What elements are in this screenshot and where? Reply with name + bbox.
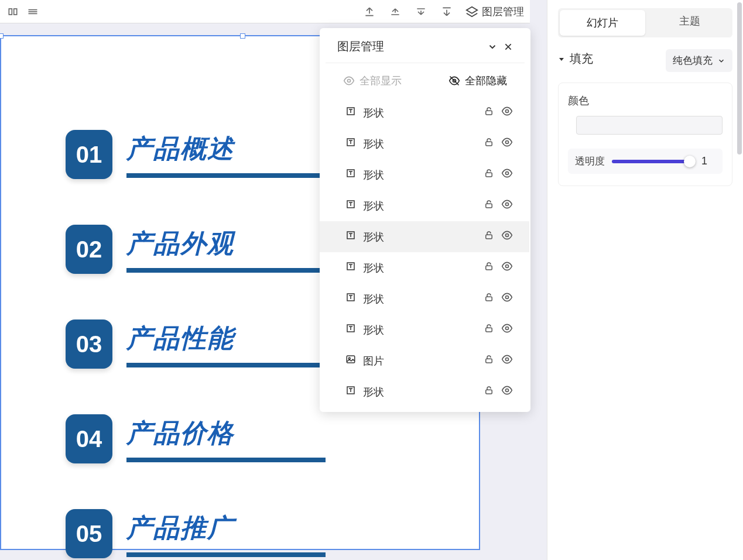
send-to-back-icon[interactable] [440,5,454,19]
svg-rect-0 [9,9,12,15]
fill-section-title[interactable]: 填充 [558,51,593,67]
visibility-icon[interactable] [501,353,513,368]
svg-point-31 [506,327,509,330]
right-sidebar: 幻灯片 主题 填充 纯色填充 颜色 透明度 1 [547,0,743,560]
tab-slide[interactable]: 幻灯片 [560,10,645,36]
toc-number: 01 [66,130,112,179]
layer-label: 形状 [363,137,384,151]
align-icon-2[interactable] [26,5,40,19]
layer-row[interactable]: 形状 [320,314,529,345]
shape-icon [345,323,356,336]
visibility-icon[interactable] [501,229,513,244]
svg-point-19 [506,203,509,206]
bring-forward-icon[interactable] [388,5,402,19]
image-icon [345,354,356,367]
lock-icon[interactable] [484,168,494,181]
visibility-icon[interactable] [501,291,513,306]
bring-to-front-icon[interactable] [362,5,376,19]
svg-rect-34 [486,359,492,363]
visibility-icon[interactable] [501,167,513,182]
toc-number: 03 [66,319,112,369]
toc-underline [126,363,326,367]
visibility-icon[interactable] [501,105,513,120]
layer-label: 形状 [363,323,384,337]
opacity-value: 1 [701,155,715,167]
lock-icon[interactable] [484,292,494,305]
lock-icon[interactable] [484,137,494,150]
color-swatch[interactable] [576,116,723,135]
lock-icon[interactable] [484,230,494,243]
svg-point-5 [348,80,351,83]
layer-list[interactable]: 形状 形状 形状 形状 [320,97,530,407]
toc-item[interactable]: 05 产品推广 [66,509,479,558]
show-all-label: 全部显示 [359,74,402,88]
toc-title: 产品外观 [126,226,326,261]
layer-management-label: 图层管理 [482,5,524,19]
layer-row[interactable]: 形状 [320,190,529,221]
layer-row[interactable]: 形状 [320,283,529,314]
toc-underline [126,268,326,273]
opacity-slider[interactable] [612,160,694,163]
layer-row[interactable]: 图片 [320,345,529,376]
layer-row[interactable]: 形状 [320,97,529,128]
lock-icon[interactable] [484,106,494,119]
toc-number: 02 [66,225,112,274]
toc-item[interactable]: 04 产品价格 [66,414,479,463]
visibility-icon[interactable] [501,260,513,275]
lock-icon[interactable] [484,261,494,274]
layer-label: 形状 [363,106,384,120]
opacity-label: 透明度 [575,154,605,168]
tab-theme[interactable]: 主题 [647,8,732,37]
sidebar-tabs: 幻灯片 主题 [558,8,732,37]
lock-icon[interactable] [484,323,494,336]
toc-title: 产品推广 [126,511,326,545]
svg-rect-37 [486,390,492,394]
shape-icon [345,261,356,274]
svg-rect-24 [486,266,492,270]
layer-row[interactable]: 形状 [320,221,529,252]
svg-point-28 [506,296,509,299]
right-scrollbar[interactable] [737,2,742,557]
toc-title: 产品价格 [126,416,326,451]
shape-icon [345,230,356,243]
layer-label: 形状 [363,261,384,275]
visibility-icon[interactable] [501,198,513,213]
hide-all-label: 全部隐藏 [465,74,507,88]
svg-point-25 [506,265,509,268]
layer-row[interactable]: 形状 [320,252,529,283]
layer-management-button[interactable]: 图层管理 [465,5,524,19]
svg-rect-12 [486,142,492,146]
shape-icon [345,137,356,150]
svg-point-16 [506,172,509,175]
hide-all-button[interactable]: 全部隐藏 [425,70,530,91]
toc-underline [126,552,326,557]
visibility-icon[interactable] [501,136,513,151]
layer-row[interactable]: 形状 [320,159,529,190]
toc-number: 05 [66,509,112,558]
svg-point-35 [506,358,509,361]
lock-icon[interactable] [484,199,494,212]
send-backward-icon[interactable] [414,5,428,19]
fill-type-dropdown[interactable]: 纯色填充 [666,49,732,72]
layer-label: 形状 [363,199,384,213]
lock-icon[interactable] [484,385,494,398]
toc-underline [126,173,326,178]
layer-row[interactable]: 形状 [320,128,529,159]
layer-row[interactable]: 形状 [320,376,529,407]
visibility-icon[interactable] [501,384,513,399]
svg-point-38 [506,389,509,392]
lock-icon[interactable] [484,354,494,367]
shape-icon [345,106,356,119]
opacity-slider-thumb[interactable] [684,156,696,167]
svg-rect-18 [486,204,492,208]
svg-rect-27 [486,297,492,301]
close-icon[interactable] [504,42,513,51]
show-all-button[interactable]: 全部显示 [320,70,425,91]
align-icon-1[interactable] [6,5,20,19]
collapse-icon[interactable] [487,42,498,52]
color-label: 颜色 [568,94,723,108]
toc-title: 产品概述 [126,132,326,166]
svg-rect-15 [486,173,492,177]
layer-label: 图片 [363,354,384,368]
visibility-icon[interactable] [501,322,513,337]
